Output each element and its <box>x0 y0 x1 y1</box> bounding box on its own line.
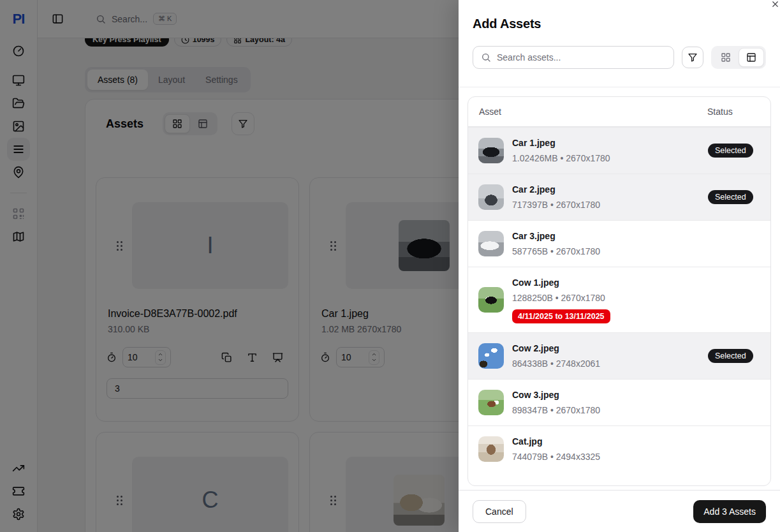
table-row[interactable]: Car 3.jpeg 587765B • 2670x1780 <box>468 220 770 267</box>
status-badge: Selected <box>708 190 753 204</box>
drawer-table-view-button[interactable] <box>739 48 764 67</box>
table-icon <box>746 52 756 63</box>
drawer-grid-view-button[interactable] <box>713 48 739 67</box>
asset-meta: 1.02426MB • 2670x1780 <box>512 152 708 165</box>
drawer-footer: Cancel Add 3 Assets <box>459 490 780 532</box>
cancel-button[interactable]: Cancel <box>473 500 526 523</box>
close-icon <box>770 0 780 9</box>
asset-thumbnail <box>478 343 504 369</box>
asset-table-header: Asset Status <box>468 97 770 127</box>
asset-name: Cow 3.jpeg <box>512 388 708 401</box>
table-row[interactable]: Cow 3.jpeg 898347B • 2670x1780 <box>468 379 770 425</box>
add-assets-button[interactable]: Add 3 Assets <box>693 500 766 523</box>
table-row[interactable]: Cat.jpg 744079B • 2494x3325 <box>468 425 770 472</box>
asset-search-input[interactable] <box>497 52 666 63</box>
drawer-divider <box>459 87 780 87</box>
asset-thumbnail <box>478 184 504 210</box>
asset-meta: 898347B • 2670x1780 <box>512 404 708 417</box>
column-header-status: Status <box>707 107 760 117</box>
asset-table: Asset Status Car 1.jpeg 1.02426MB • 2670… <box>467 96 771 486</box>
status-badge: Selected <box>708 349 753 363</box>
add-assets-drawer: Add Assets Asset St <box>459 0 780 532</box>
drawer-view-toggle <box>711 46 766 69</box>
asset-thumbnail <box>478 287 504 313</box>
grid-icon <box>721 52 731 63</box>
column-header-asset: Asset <box>479 107 707 117</box>
asset-name: Cow 2.jpeg <box>512 342 708 355</box>
filter-icon <box>688 52 698 63</box>
asset-thumbnail <box>478 390 504 415</box>
asset-name: Cow 1.jpeg <box>512 276 708 289</box>
table-row[interactable]: Cow 2.jpeg 864338B • 2748x2061 Selected <box>468 332 770 379</box>
asset-meta: 717397B • 2670x1780 <box>512 198 708 211</box>
asset-name: Car 2.jpeg <box>512 183 708 196</box>
date-range-badge: 4/11/2025 to 13/11/2025 <box>512 309 610 323</box>
asset-search-box[interactable] <box>473 46 674 69</box>
asset-thumbnail <box>478 138 504 163</box>
asset-meta: 1288250B • 2670x1780 <box>512 292 708 304</box>
asset-name: Car 1.jpeg <box>512 137 708 149</box>
asset-name: Cat.jpg <box>512 435 708 448</box>
status-badge: Selected <box>708 144 753 158</box>
close-button[interactable] <box>765 0 780 13</box>
search-icon <box>481 52 491 63</box>
asset-thumbnail <box>478 231 504 256</box>
table-row[interactable]: Car 2.jpeg 717397B • 2670x1780 Selected <box>468 174 770 220</box>
drawer-title: Add Assets <box>473 15 766 32</box>
asset-meta: 744079B • 2494x3325 <box>512 450 708 463</box>
asset-meta: 587765B • 2670x1780 <box>512 245 708 258</box>
table-row[interactable]: Cow 1.jpeg 1288250B • 2670x1780 4/11/202… <box>468 267 770 332</box>
table-row[interactable]: Car 1.jpeg 1.02426MB • 2670x1780 Selecte… <box>468 127 770 174</box>
drawer-filter-button[interactable] <box>682 47 703 68</box>
asset-thumbnail <box>478 436 504 462</box>
asset-meta: 864338B • 2748x2061 <box>512 357 708 370</box>
asset-name: Car 3.jpeg <box>512 230 708 242</box>
